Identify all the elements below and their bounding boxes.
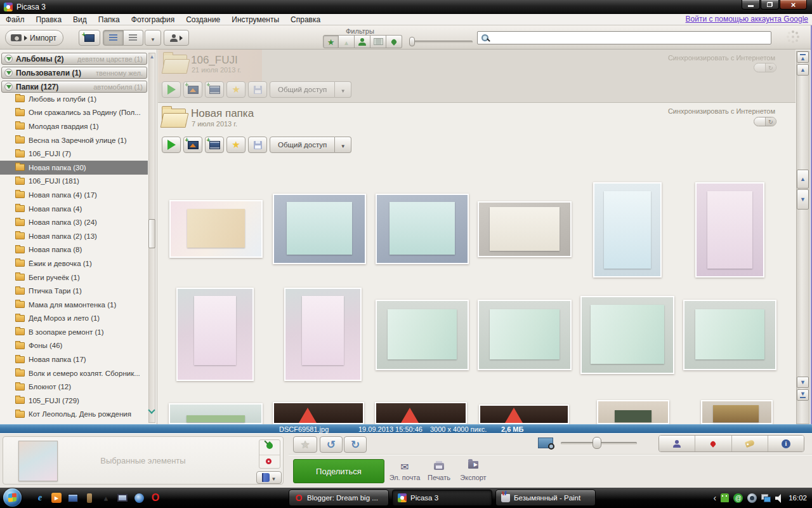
sidebar-item-folder[interactable]: Новая папка (4) (17) <box>0 188 148 202</box>
sidebar-item-folder[interactable]: Фоны (46) <box>0 339 148 353</box>
tray-mail-agent-icon[interactable] <box>733 493 743 503</box>
card-girl-pink-tall-0[interactable] <box>695 182 764 277</box>
save-button[interactable] <box>248 137 267 153</box>
menu-item[interactable]: Папка <box>93 14 126 25</box>
add-to-album-button[interactable] <box>256 471 282 484</box>
taskbar-button[interactable]: Безымянный - Paint <box>495 490 596 506</box>
google-signin-link[interactable]: Войти с помощью аккаунта Google <box>686 15 808 23</box>
share-dropdown-button[interactable] <box>335 137 351 153</box>
card-girl-aqua-1[interactable] <box>273 194 366 264</box>
slider-knob[interactable] <box>593 437 601 449</box>
sync-toggle[interactable] <box>754 117 776 126</box>
sidebar-item-folder[interactable]: В зоопарке ремонт (1) <box>0 325 148 339</box>
import-button[interactable]: Импорт <box>5 30 63 46</box>
sidebar-section-header[interactable]: Альбомы (2)девятом царстве (1) <box>1 53 147 65</box>
remote-desktop-icon[interactable] <box>68 494 78 502</box>
scroll-down-button[interactable] <box>797 377 809 388</box>
scroll-to-top-button[interactable] <box>797 51 809 63</box>
sidebar-item-folder[interactable]: Дед Мороз и лето (1) <box>0 312 148 326</box>
sidebar-item-folder[interactable]: Любовь и голуби (1) <box>0 92 148 106</box>
opera-icon[interactable]: O <box>150 492 161 504</box>
zoom-slider[interactable] <box>561 442 637 444</box>
sidebar-item-folder[interactable]: Ёжик и девочка (1) <box>0 257 148 271</box>
sidebar-item-folder[interactable]: Новая папка (2) (13) <box>0 229 148 243</box>
create-movie-button[interactable] <box>205 81 224 98</box>
create-collage-button[interactable] <box>183 137 202 153</box>
star-photo-button[interactable] <box>293 436 317 453</box>
sidebar-section-header[interactable]: Папки (127)автомобиля (1) <box>1 81 147 93</box>
sidebar-item-folder[interactable]: Новая папка (3) (24) <box>0 215 148 229</box>
star-button[interactable] <box>226 137 246 153</box>
menu-item[interactable]: Фотография <box>126 14 180 25</box>
search-input[interactable] <box>490 32 771 43</box>
clear-selection-button[interactable] <box>266 458 272 464</box>
share-dropdown-button[interactable] <box>335 81 351 98</box>
share-access-button[interactable]: Общий доступ <box>270 81 335 98</box>
people-albums-button[interactable] <box>164 30 189 46</box>
search-box[interactable] <box>477 31 771 44</box>
tray-robot-icon[interactable] <box>721 493 729 502</box>
volume-icon[interactable] <box>775 494 784 502</box>
filter-starred-button[interactable] <box>323 35 339 48</box>
sidebar-item-folder[interactable]: Молодая гвардия (1) <box>0 119 148 133</box>
scrollbar-thumb-down[interactable] <box>797 189 809 210</box>
card-row3-2[interactable] <box>273 402 364 424</box>
rotate-right-button[interactable] <box>344 436 367 453</box>
filter-date-slider[interactable] <box>409 41 473 43</box>
sidebar-item-folder[interactable]: Птичка Тари (1) <box>0 284 148 298</box>
filter-movies-button[interactable] <box>370 35 386 48</box>
add-album-button[interactable] <box>79 30 100 46</box>
clock[interactable]: 16:02 <box>789 494 811 502</box>
share-access-button[interactable]: Общий доступ <box>270 137 335 153</box>
card-girl-aqua-2[interactable] <box>376 194 469 264</box>
slider-knob[interactable] <box>409 37 415 46</box>
phone-icon[interactable] <box>87 493 92 503</box>
email-button[interactable]: Эл. почта <box>388 459 421 483</box>
save-button[interactable] <box>248 81 267 98</box>
places-panel-button[interactable] <box>695 436 731 451</box>
tree-view-button[interactable] <box>124 30 144 46</box>
start-button[interactable] <box>3 488 22 507</box>
media-disc-icon[interactable] <box>134 493 144 503</box>
sidebar-item-folder[interactable]: Новая папка (30) <box>0 161 148 175</box>
menu-item[interactable]: Файл <box>0 14 30 25</box>
card-envelope-bird[interactable] <box>478 201 572 257</box>
slideshow-button[interactable] <box>162 81 181 98</box>
sidebar-item-folder[interactable]: Волк и семеро козлят. Сборник... <box>0 366 148 380</box>
flat-view-button[interactable] <box>103 30 124 46</box>
card-row3-5[interactable] <box>597 400 669 424</box>
show-desktop-icon[interactable] <box>100 492 112 504</box>
share-button[interactable]: Поделиться <box>293 459 384 483</box>
card-envelope-pink[interactable] <box>169 200 263 258</box>
sidebar-item-folder[interactable]: 106_FUJI (181) <box>0 175 148 189</box>
create-movie-button[interactable] <box>205 137 224 153</box>
view-options-dropdown[interactable] <box>145 30 161 46</box>
card-girl-pink-tall-1[interactable] <box>176 288 254 381</box>
info-panel-button[interactable] <box>768 436 804 451</box>
media-player-icon[interactable] <box>51 493 62 503</box>
internet-explorer-icon[interactable]: e <box>34 492 46 504</box>
print-button[interactable]: Печать <box>422 459 455 483</box>
sidebar-item-folder[interactable]: Беги ручеёк (1) <box>0 271 148 284</box>
sidebar-item-folder[interactable]: Они сражались за Родину (Пол... <box>0 106 148 120</box>
scrollbar-thumb[interactable] <box>148 219 155 248</box>
main-scrollbar[interactable] <box>796 51 811 424</box>
sidebar-item-folder[interactable]: Блокнот (12) <box>0 380 148 394</box>
filter-faces-button[interactable] <box>355 35 370 48</box>
taskbar-button[interactable]: Picasa 3 <box>392 490 492 506</box>
menu-item[interactable]: Инструменты <box>226 14 285 25</box>
card-row3-1[interactable] <box>169 403 263 424</box>
slideshow-button[interactable] <box>162 137 181 153</box>
card-girl-pink-tall-2[interactable] <box>284 288 362 381</box>
display-settings-icon[interactable] <box>117 494 128 502</box>
star-button[interactable] <box>226 81 246 98</box>
filter-geotagged-button[interactable] <box>386 35 402 48</box>
sync-toggle[interactable] <box>754 63 776 72</box>
card-mint-4[interactable] <box>683 300 776 370</box>
sidebar-scrollbar[interactable] <box>147 53 157 423</box>
sidebar-item-folder[interactable]: Новая папка (8) <box>0 243 148 257</box>
menu-item[interactable]: Вид <box>67 14 93 25</box>
card-row3-6[interactable] <box>701 400 773 424</box>
title-bar[interactable]: Picasa 3 <box>0 0 812 14</box>
network-icon[interactable] <box>761 494 771 502</box>
